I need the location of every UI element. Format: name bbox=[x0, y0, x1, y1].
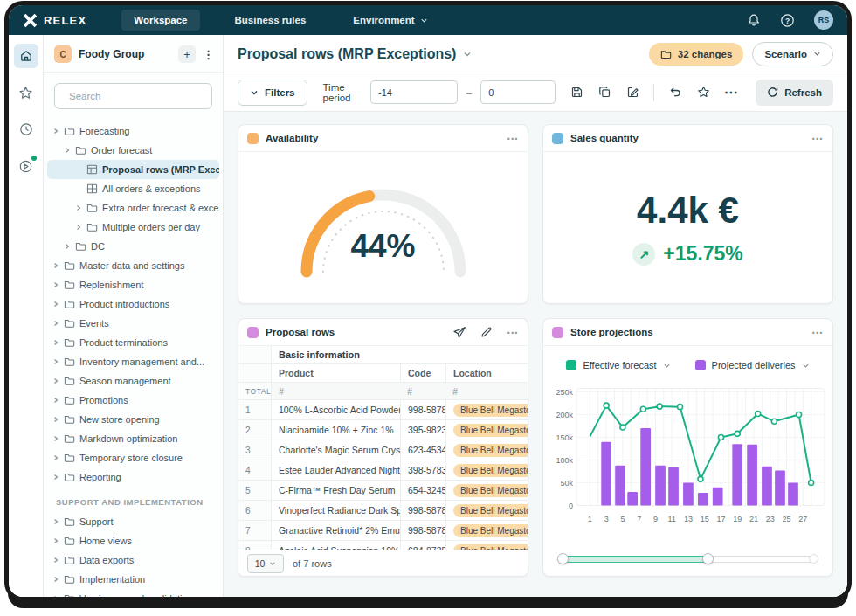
scenario-button[interactable]: Scenario bbox=[752, 42, 833, 66]
chevron-right-icon[interactable] bbox=[52, 595, 59, 597]
home-icon[interactable] bbox=[14, 44, 38, 68]
tree-item[interactable]: Proposal rows (MRP Except... bbox=[47, 160, 219, 179]
notifications-bell-icon[interactable] bbox=[747, 13, 761, 27]
send-icon[interactable] bbox=[453, 326, 466, 339]
brand-name: RELEX bbox=[44, 14, 86, 27]
chevron-right-icon[interactable] bbox=[52, 262, 59, 269]
chevron-right-icon[interactable] bbox=[52, 537, 59, 544]
add-button[interactable]: + bbox=[178, 45, 196, 63]
chevron-right-icon[interactable] bbox=[52, 377, 59, 384]
chevron-right-icon[interactable] bbox=[75, 204, 82, 211]
legend-effective-forecast[interactable]: Effective forecast bbox=[566, 360, 670, 370]
chevron-right-icon[interactable] bbox=[75, 224, 82, 231]
time-period-from-input[interactable] bbox=[370, 80, 458, 104]
chevron-right-icon[interactable] bbox=[52, 358, 59, 365]
tree-item[interactable]: Temporary store closure bbox=[47, 448, 219, 467]
favorites-star-icon[interactable] bbox=[14, 80, 38, 105]
chevron-right-icon[interactable] bbox=[52, 397, 59, 404]
tree-item[interactable]: Season management bbox=[47, 371, 219, 391]
chevron-right-icon[interactable] bbox=[52, 281, 59, 288]
tree-item[interactable]: Promotions bbox=[47, 391, 219, 410]
tree-item[interactable]: Support bbox=[47, 512, 219, 531]
more-options-icon[interactable]: ⋯ bbox=[811, 132, 824, 145]
chevron-right-icon[interactable] bbox=[52, 320, 59, 327]
tree-item[interactable]: All orders & exceptions bbox=[47, 179, 219, 198]
range-slider[interactable] bbox=[559, 551, 817, 567]
nav-item-workspace[interactable]: Workspace bbox=[121, 10, 199, 31]
page-size-select[interactable]: 10 bbox=[247, 554, 284, 573]
chevron-right-icon[interactable] bbox=[52, 518, 59, 525]
chevron-right-icon[interactable] bbox=[52, 557, 59, 564]
history-clock-icon[interactable] bbox=[14, 117, 38, 142]
slider-handle-right[interactable] bbox=[702, 553, 714, 564]
slider-handle-left[interactable] bbox=[557, 553, 569, 564]
tree-item[interactable]: Forecasting bbox=[47, 121, 219, 141]
chevron-right-icon[interactable] bbox=[52, 339, 59, 346]
tree-item[interactable]: Reporting bbox=[47, 467, 219, 487]
page-title[interactable]: Proposal rows (MRP Exceptions) bbox=[238, 46, 472, 62]
tree-item[interactable]: New store opening bbox=[47, 410, 219, 429]
table-row[interactable]: 4Estee Lauder Advanced Night Repair398-5… bbox=[238, 460, 528, 481]
tree-item[interactable]: Events bbox=[47, 314, 219, 333]
refresh-button[interactable]: Refresh bbox=[756, 80, 833, 106]
nav-item-business-rules[interactable]: Business rules bbox=[223, 10, 319, 31]
help-icon[interactable]: ? bbox=[780, 13, 795, 28]
legend-projected-deliveries[interactable]: Projected deliveries bbox=[695, 360, 810, 370]
save-icon[interactable] bbox=[564, 80, 589, 105]
more-options-icon[interactable]: ⋯ bbox=[811, 326, 824, 339]
changes-badge[interactable]: 32 changes bbox=[649, 43, 744, 66]
column-header-code[interactable]: Code bbox=[400, 364, 445, 382]
tree-item[interactable]: Inventory management and... bbox=[47, 352, 219, 371]
tree-item[interactable]: Product introductions bbox=[47, 294, 219, 314]
filters-button[interactable]: Filters bbox=[238, 80, 307, 106]
cell-product: Niacinamide 10% + Zinc 1% bbox=[272, 420, 400, 440]
tree-item[interactable]: Extra order forecast & exce... bbox=[47, 198, 219, 218]
more-options-icon[interactable]: ⋯ bbox=[507, 132, 519, 145]
tree-item[interactable]: Order forecast bbox=[47, 141, 219, 160]
column-header-location[interactable]: Location bbox=[445, 364, 528, 382]
tree-item[interactable]: Implementation bbox=[47, 570, 219, 589]
search-input[interactable] bbox=[69, 91, 204, 101]
chevron-right-icon[interactable] bbox=[52, 128, 59, 135]
search-box[interactable] bbox=[54, 83, 212, 109]
chevron-right-icon[interactable] bbox=[52, 474, 59, 481]
tree-item[interactable]: DC bbox=[47, 237, 219, 256]
more-options-icon[interactable]: ⋯ bbox=[719, 80, 743, 105]
time-period-to-input[interactable] bbox=[480, 80, 556, 104]
copy-icon[interactable] bbox=[592, 80, 617, 105]
tree-item[interactable]: Markdown optimization bbox=[47, 429, 219, 448]
chevron-right-icon[interactable] bbox=[52, 435, 59, 442]
tree-item[interactable]: Home views bbox=[47, 531, 219, 550]
tree-item[interactable]: Data exports bbox=[47, 550, 219, 570]
tree-item[interactable]: Product terminations bbox=[47, 333, 219, 352]
cell-product: C-Firma™ Fresh Day Serum bbox=[272, 481, 400, 500]
table-row[interactable]: 6Vinoperfect Radiance Dark Spot Serum998… bbox=[238, 501, 528, 521]
user-avatar[interactable]: RS bbox=[814, 10, 833, 30]
tree-item[interactable]: Master data and settings bbox=[47, 256, 219, 275]
chevron-right-icon[interactable] bbox=[64, 243, 71, 250]
undo-icon[interactable] bbox=[663, 80, 687, 105]
more-options-icon[interactable]: ⋯ bbox=[507, 326, 519, 339]
table-row[interactable]: 2Niacinamide 10% + Zinc 1%395-9823Blue B… bbox=[238, 420, 528, 440]
kebab-menu-icon[interactable]: ⋮ bbox=[203, 48, 214, 61]
tree-item[interactable]: Version upgrade validation bbox=[47, 589, 219, 597]
chevron-right-icon[interactable] bbox=[52, 301, 59, 308]
table-row[interactable]: 3Charlotte's Magic Serum Crystal Elixir6… bbox=[238, 440, 528, 460]
chevron-right-icon[interactable] bbox=[52, 454, 59, 461]
edit-pencil-icon[interactable] bbox=[480, 326, 493, 338]
table-row[interactable]: 7Granactive Retinoid* 2% Emulsion998-587… bbox=[238, 521, 528, 541]
runs-play-icon[interactable] bbox=[14, 154, 38, 178]
table-row[interactable]: 8Azelaic Acid Suspension 10%684-8735Blue… bbox=[238, 541, 528, 550]
chevron-right-icon[interactable] bbox=[64, 147, 71, 154]
nav-item-environment[interactable]: Environment bbox=[341, 10, 439, 31]
chevron-right-icon[interactable] bbox=[52, 576, 59, 583]
table-row[interactable]: 5C-Firma™ Fresh Day Serum654-3245Blue Be… bbox=[238, 481, 528, 501]
table-row[interactable]: 1100% L-Ascorbic Acid Powder998-5878Blue… bbox=[238, 400, 528, 420]
edit-note-icon[interactable] bbox=[620, 80, 645, 105]
column-header-product[interactable]: Product bbox=[272, 364, 400, 382]
tree-item[interactable]: Replenishment bbox=[47, 275, 219, 294]
slider-selected-range[interactable] bbox=[559, 556, 708, 563]
tree-item[interactable]: Multiple orders per day bbox=[47, 218, 219, 237]
chevron-right-icon[interactable] bbox=[52, 416, 59, 423]
favorite-star-icon[interactable] bbox=[691, 80, 715, 105]
